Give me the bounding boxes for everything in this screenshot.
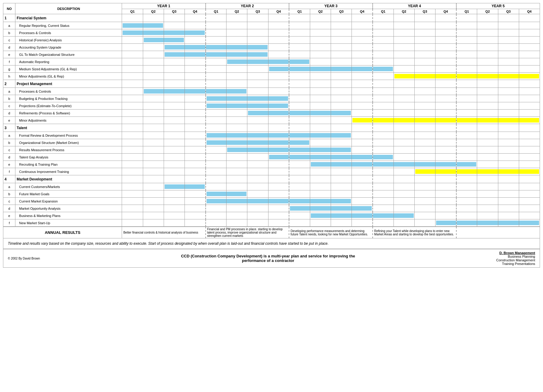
cell-q2-row-2-b: [164, 95, 185, 102]
row-id-1-c: c: [3, 37, 15, 44]
cell-q9-row-3-f: [310, 168, 331, 175]
cell-q18-row-2-e: [498, 117, 519, 124]
cell-q19-row-4-f: [519, 219, 540, 227]
cell-q19-row-3-d: [519, 154, 540, 161]
cell-q13-row-1-b: [394, 29, 414, 37]
bar-segment: [310, 67, 331, 71]
section-title-1: Financial System: [15, 14, 122, 22]
cell-q12-row-1-f: [373, 58, 394, 65]
cell-q2-row-1-b: [164, 29, 185, 37]
cell-q13-row-3-a: [394, 132, 414, 139]
annual-year5-text: [456, 227, 540, 238]
cell-q13-row-1-a: [394, 22, 414, 29]
cell-q12-row-1-d: [373, 44, 394, 51]
cell-q11-row-2-c: [352, 102, 373, 110]
cell-q9-row-2-e: [310, 117, 331, 124]
bar-segment: [519, 74, 539, 78]
cell-q11-row-2-e: [352, 117, 373, 124]
row-id-3-f: f: [3, 168, 15, 175]
row-id-4-c: c: [3, 198, 15, 205]
cell-q19-row-4-d: [519, 205, 540, 212]
cell-q8-row-4-b: [289, 190, 310, 198]
cell-q17-row-2-e: [477, 117, 498, 124]
cell-q7-row-4-a: [268, 183, 289, 190]
cell-q7-row-1-g: [268, 65, 289, 73]
cell-q6-row-3-b: [247, 139, 268, 146]
cell-q5-row-3-e: [227, 161, 247, 168]
row-4-e: eBusiness & Marketing Plans: [3, 212, 540, 219]
bar-segment: [164, 30, 185, 35]
cell-q19-row-1-b: [519, 29, 540, 37]
cell-q10-row-3-a: [331, 132, 352, 139]
bar-segment: [123, 23, 143, 28]
cell-q14-row-4-d: [414, 205, 435, 212]
bar-segment: [457, 169, 477, 174]
cell-q4-row-3-a: [206, 132, 227, 139]
y5q3: Q3: [498, 9, 519, 14]
cell-q2-row-4-d: [164, 205, 185, 212]
cell-q4-row-4-f: [206, 219, 227, 227]
cell-q2-row-1-g: [164, 65, 185, 73]
y5q2: Q2: [477, 9, 498, 14]
cell-q1-row-3-c: [143, 146, 164, 154]
cell-q13-row-4-d: [394, 205, 414, 212]
cell-q5-row-4-a: [227, 183, 247, 190]
row-id-1-b: b: [3, 29, 15, 37]
cell-q10-row-4-c: [331, 198, 352, 205]
cell-q16-row-1-f: [456, 58, 477, 65]
cell-q0-row-1-b: [122, 29, 143, 37]
cell-q11-row-4-e: [352, 212, 373, 219]
cell-q10-row-1-a: [331, 22, 352, 29]
cell-q14-row-3-f: [414, 168, 435, 175]
cell-q18-row-3-a: [498, 132, 519, 139]
cell-q6-row-1-b: [247, 29, 268, 37]
cell-q8-row-2-a: [289, 88, 310, 95]
cell-q13-row-1-g: [394, 65, 414, 73]
bar-segment: [227, 140, 247, 145]
cell-q6-row-1-h: [247, 73, 268, 80]
cell-q17-row-4-e: [477, 212, 498, 219]
cell-q1-row-1-d: [143, 44, 164, 51]
cell-q7-row-3-f: [268, 168, 289, 175]
cell-q13-row-4-f: [394, 219, 414, 227]
y1q2: Q2: [143, 9, 164, 14]
row-4-a: aCurrent Customers/Markets: [3, 183, 540, 190]
bar-segment: [144, 89, 164, 94]
footer-bottom: © 2002 By David Brown CCD (Construction …: [3, 249, 540, 268]
row-label-2-e: Minor Adjustments: [15, 117, 122, 124]
cell-q3-row-4-b: [185, 190, 205, 198]
cell-q1-row-4-b: [143, 190, 164, 198]
cell-q2-row-4-a: [164, 183, 185, 190]
cell-q17-row-3-a: [477, 132, 498, 139]
cell-q14-row-3-b: [414, 139, 435, 146]
row-label-4-b: Future Market Goals: [15, 190, 122, 198]
row-1-e: eGL To Match Organizational Structure: [3, 51, 540, 58]
y2q4: Q4: [268, 9, 289, 14]
cell-q11-row-1-f: [352, 58, 373, 65]
cell-q8-row-1-b: [289, 29, 310, 37]
cell-q2-row-4-e: [164, 212, 185, 219]
cell-q1-row-3-e: [143, 161, 164, 168]
bar-segment: [227, 133, 247, 138]
cell-q15-row-2-d: [435, 110, 456, 117]
row-1-c: cHistorical (Forensic) Analysis: [3, 37, 540, 44]
cell-q7-row-3-c: [268, 146, 289, 154]
cell-q14-row-4-a: [414, 183, 435, 190]
cell-q6-row-4-c: [247, 198, 268, 205]
row-id-3-d: d: [3, 154, 15, 161]
cell-q5-row-1-b: [227, 29, 247, 37]
cell-q2-row-1-h: [164, 73, 185, 80]
cell-q7-row-1-b: [268, 29, 289, 37]
cell-q4-row-2-b: [206, 95, 227, 102]
y2q3: Q3: [247, 9, 268, 14]
cell-q11-row-4-c: [352, 198, 373, 205]
cell-q2-row-4-f: [164, 219, 185, 227]
bar-segment: [247, 140, 268, 145]
cell-q8-row-4-d: [289, 205, 310, 212]
cell-q9-row-1-h: [310, 73, 331, 80]
row-id-4-e: e: [3, 212, 15, 219]
bar-segment: [394, 74, 414, 78]
cell-q14-row-4-b: [414, 190, 435, 198]
cell-q5-row-2-b: [227, 95, 247, 102]
cell-q7-row-1-a: [268, 22, 289, 29]
